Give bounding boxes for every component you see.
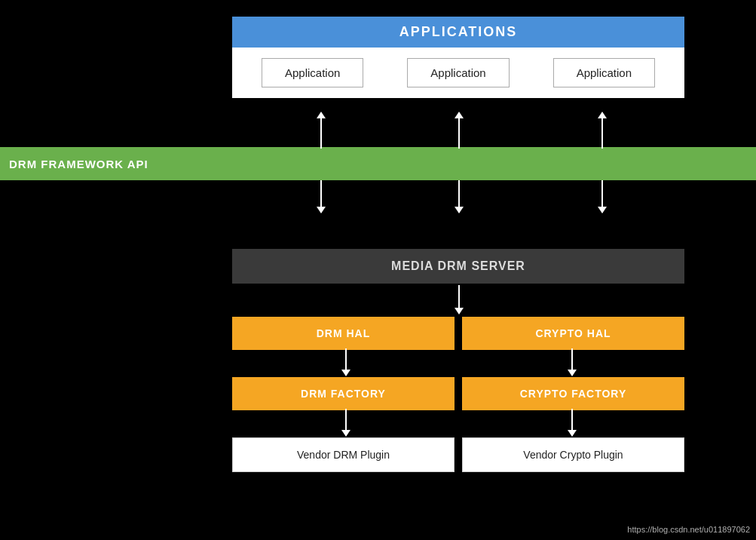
arrow-down-drm-factory bbox=[341, 409, 350, 437]
arrow-down-crypto-hal bbox=[568, 348, 577, 376]
arrow-up-3 bbox=[598, 112, 607, 149]
drm-framework-bar: DRM FRAMEWORK API bbox=[0, 147, 756, 180]
hal-row: DRM HAL CRYPTO HAL bbox=[232, 317, 684, 350]
factory-row: DRM FACTORY CRYPTO FACTORY bbox=[232, 377, 684, 410]
media-drm-server-block: MEDIA DRM SERVER bbox=[232, 249, 684, 284]
arrow-down-3 bbox=[598, 180, 607, 213]
app-box-1: Application bbox=[262, 58, 363, 87]
app-box-2: Application bbox=[407, 58, 509, 87]
drm-framework-label: DRM FRAMEWORK API bbox=[9, 158, 148, 170]
applications-block: APPLICATIONS Application Application App… bbox=[232, 17, 684, 98]
app-box-3: Application bbox=[553, 58, 655, 87]
vendor-drm-plugin-box: Vendor DRM Plugin bbox=[232, 437, 455, 472]
arrow-down-drm-hal bbox=[341, 348, 350, 376]
media-drm-server-label: MEDIA DRM SERVER bbox=[232, 249, 684, 284]
applications-inner: Application Application Application bbox=[232, 48, 684, 98]
arrow-down-1 bbox=[317, 180, 326, 213]
arrow-down-media bbox=[455, 285, 464, 314]
drm-hal-box: DRM HAL bbox=[232, 317, 455, 350]
drm-factory-box: DRM FACTORY bbox=[232, 377, 455, 410]
arrow-down-2 bbox=[455, 180, 464, 213]
applications-header: APPLICATIONS bbox=[232, 17, 684, 48]
crypto-hal-box: CRYPTO HAL bbox=[462, 317, 684, 350]
arrow-up-2 bbox=[455, 112, 464, 149]
arrow-up-1 bbox=[317, 112, 326, 149]
watermark: https://blog.csdn.net/u011897062 bbox=[627, 525, 750, 534]
diagram-layout: DRM FRAMEWORK API APPLICATIONS Applicati… bbox=[0, 0, 756, 540]
vendor-crypto-plugin-box: Vendor Crypto Plugin bbox=[462, 437, 684, 472]
arrow-down-crypto-factory bbox=[568, 409, 577, 437]
plugin-row: Vendor DRM Plugin Vendor Crypto Plugin bbox=[232, 437, 684, 472]
crypto-factory-box: CRYPTO FACTORY bbox=[462, 377, 684, 410]
